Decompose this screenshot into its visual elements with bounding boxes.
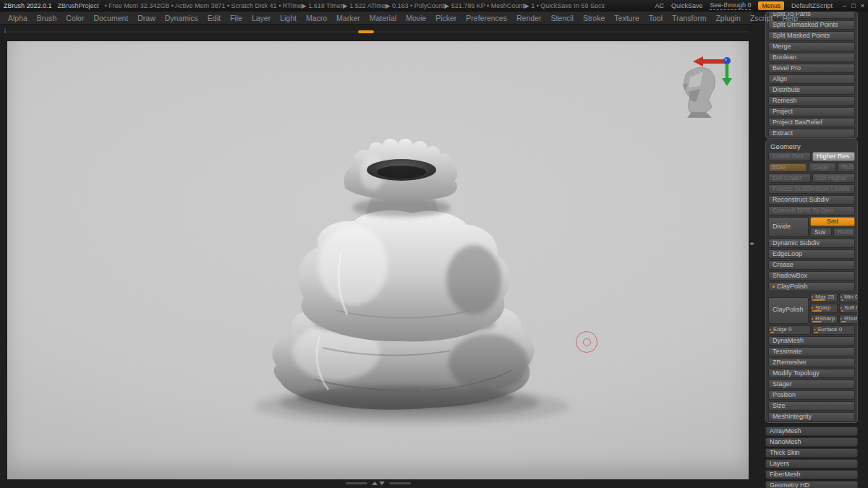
subtool-button[interactable]: Split Unmasked Points	[768, 20, 855, 30]
menu-item[interactable]: Stencil	[550, 14, 574, 22]
geometry-subsection-button[interactable]: Dynamic Subdiv	[768, 239, 855, 248]
geometry-subsection-button[interactable]: ZRemesher	[768, 358, 855, 367]
subpalette-button[interactable]: NanoMesh	[765, 437, 858, 447]
ac-button[interactable]: AC	[655, 2, 664, 9]
geometry-subsection-button[interactable]: MeshIntegrity	[768, 412, 855, 421]
smt-toggle[interactable]: Smt	[810, 217, 855, 226]
menu-item[interactable]: Stroke	[583, 14, 605, 22]
bottom-scroll-bar-left[interactable]	[346, 482, 367, 484]
subtool-button[interactable]: Remesh	[768, 96, 855, 106]
subtool-button[interactable]: Project	[768, 107, 855, 116]
higher-res-button[interactable]: Higher Res	[812, 152, 855, 161]
menu-item[interactable]: Tool	[649, 14, 663, 22]
menu-item[interactable]: Macro	[306, 14, 327, 22]
menu-item[interactable]: Draw	[137, 14, 156, 22]
claypolish-rsharp-slider[interactable]: RSharp	[810, 314, 838, 324]
tray-info-marker: i	[4, 27, 6, 35]
menu-item[interactable]: Movie	[406, 14, 426, 22]
menu-item[interactable]: Alpha	[8, 14, 27, 22]
menu-item[interactable]: Layer	[252, 14, 271, 22]
menu-item[interactable]: Transform	[672, 14, 706, 22]
subpalette-button[interactable]: ArrayMesh	[765, 427, 858, 436]
menu-item[interactable]: Light	[280, 14, 297, 22]
menu-item[interactable]: File	[230, 14, 242, 22]
claypolish-button[interactable]: ClayPolish	[768, 297, 809, 324]
maximize-icon[interactable]: □	[851, 2, 855, 9]
menu-item[interactable]: Render	[516, 14, 541, 22]
redt-toggle[interactable]: ReDt	[833, 228, 855, 237]
tray-divider-handle[interactable]: ◂▸	[749, 241, 754, 247]
del-higher-button[interactable]: Del Higher	[812, 174, 855, 183]
subtool-button[interactable]: Split To Parts	[768, 12, 855, 19]
subtool-button[interactable]: Merge	[768, 42, 855, 51]
geometry-subsection-button[interactable]: EdgeLoop	[768, 249, 855, 259]
edge-slider[interactable]: Edge 0	[768, 325, 811, 335]
claypolish-group: ClayPolish Max 25 Min 0 Sharp Soft 0 RSh…	[768, 293, 855, 324]
reconstruct-subdiv-button[interactable]: Reconstruct Subdiv	[768, 195, 855, 205]
geometry-subsection-button[interactable]: Modify Topology	[768, 369, 855, 378]
claypolish-soft-slider[interactable]: Soft 0	[839, 304, 858, 313]
del-lower-button[interactable]: Del Lower	[768, 174, 811, 183]
sculpted-vase-model[interactable]	[272, 139, 534, 410]
sdiv-slider[interactable]: SDiv	[768, 163, 807, 172]
app-title: ZBrush 2022.0.1	[4, 2, 52, 9]
subtool-button[interactable]: Align	[768, 74, 855, 84]
subpalette-button[interactable]: FiberMesh	[765, 470, 858, 479]
bottom-scroll-bar-right[interactable]	[389, 482, 411, 484]
claypolish-max-slider[interactable]: Max 25	[810, 293, 838, 302]
claypolish-min-slider[interactable]: Min 0	[839, 293, 858, 302]
claypolish-section-header[interactable]: ClayPolish	[768, 282, 855, 291]
convert-bpr-button[interactable]: Convert BPR To Geo	[768, 206, 855, 215]
menu-item[interactable]: Document	[93, 14, 128, 22]
menu-item[interactable]: Edit	[208, 14, 221, 22]
subpalette-button[interactable]: Layers	[765, 459, 858, 468]
quicksave-button[interactable]: QuickSave	[671, 2, 703, 9]
claypolish-sharp-slider[interactable]: Sharp	[810, 304, 838, 313]
surface-slider[interactable]: Surface 0	[812, 325, 855, 335]
menu-item[interactable]: Texture	[614, 14, 639, 22]
geometry-subsection-button[interactable]: Size	[768, 401, 855, 411]
canvas-bottom-nav[interactable]	[346, 481, 411, 485]
menu-item[interactable]: Help	[782, 14, 798, 22]
menu-item[interactable]: Zscript	[750, 14, 773, 22]
subtool-button[interactable]: Extract	[768, 129, 855, 138]
suv-toggle[interactable]: Suv	[810, 228, 832, 237]
see-through-slider[interactable]: See-through 0	[710, 1, 751, 10]
subtool-button[interactable]: Bevel Pro	[768, 64, 855, 73]
subtool-button[interactable]: Distribute	[768, 85, 855, 95]
claypolish-rsoft-slider[interactable]: RSoft 5	[839, 314, 858, 324]
menu-item[interactable]: Color	[66, 14, 84, 22]
camera-nav-gizmo[interactable]	[683, 56, 732, 118]
viewport-canvas[interactable]	[7, 41, 749, 479]
menu-item[interactable]: Brush	[37, 14, 56, 22]
geometry-subsection-button[interactable]: DynaMesh	[768, 336, 855, 346]
document-scroll-thumb[interactable]	[358, 30, 374, 33]
close-icon[interactable]: ×	[861, 2, 864, 9]
subtool-button[interactable]: Boolean	[768, 53, 855, 62]
subpalette-button[interactable]: Thick Skin	[765, 448, 858, 458]
cage-button[interactable]: Cage	[809, 163, 836, 172]
menu-item[interactable]: Dynamics	[165, 14, 198, 22]
rub-button[interactable]: Rub	[838, 163, 855, 172]
geometry-subsection-button[interactable]: Position	[768, 390, 855, 400]
menus-button[interactable]: Menus	[758, 1, 784, 10]
geometry-subsection-button[interactable]: Tessimate	[768, 347, 855, 356]
freeze-subdivision-button[interactable]: Freeze SubDivision Levels	[768, 184, 855, 194]
menu-item[interactable]: Marker	[336, 14, 360, 22]
zoom-arrows[interactable]	[372, 481, 385, 485]
subtool-button[interactable]: Project BasRelief	[768, 118, 855, 127]
menu-item[interactable]: Material	[370, 14, 396, 22]
default-zscript-button[interactable]: DefaultZScript	[791, 2, 833, 9]
subpalette-button[interactable]: Geometry HD	[765, 481, 858, 488]
geometry-subsection-button[interactable]: Stager	[768, 380, 855, 389]
lower-res-button[interactable]: Lower Res	[768, 152, 811, 161]
menu-item[interactable]: Zplugin	[715, 14, 740, 22]
menu-item[interactable]: Preferences	[466, 14, 507, 22]
minimize-icon[interactable]: −	[843, 2, 846, 9]
subtool-button[interactable]: Split Masked Points	[768, 31, 855, 40]
titlebar: ZBrush 2022.0.1 ZBrushProject • Free Mem…	[0, 0, 868, 12]
divide-button[interactable]: Divide	[768, 217, 809, 237]
menu-item[interactable]: Picker	[435, 14, 456, 22]
geometry-subsection-button[interactable]: ShadowBox	[768, 271, 855, 281]
geometry-subsection-button[interactable]: Crease	[768, 260, 855, 270]
